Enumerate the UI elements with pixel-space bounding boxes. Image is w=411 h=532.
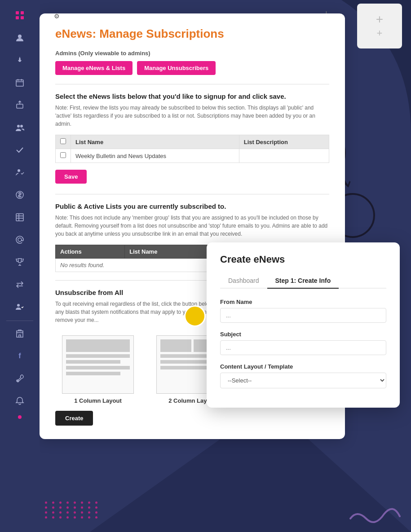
sidebar-item-tool[interactable] — [9, 368, 31, 389]
divider-1 — [55, 84, 329, 84]
col-checkbox — [56, 135, 71, 149]
preview-line — [66, 354, 130, 358]
layout-1col-label: 1 Column Layout — [74, 397, 121, 404]
sidebar: f — [0, 0, 40, 532]
list-desc-cell — [239, 149, 329, 163]
manage-unsubscribers-button[interactable]: Manage Unsubscribers — [137, 61, 216, 75]
svg-rect-4 — [16, 16, 19, 19]
tab-row: Dashboard Step 1: Create Info — [220, 273, 386, 289]
preview-line-sm — [66, 360, 120, 364]
svg-point-6 — [18, 35, 22, 38]
svg-rect-8 — [17, 104, 23, 108]
svg-point-9 — [17, 125, 20, 128]
from-name-input[interactable] — [220, 308, 386, 323]
subject-label: Subject — [220, 331, 386, 338]
gear-icon: ⚙ — [54, 13, 60, 20]
svg-point-15 — [17, 304, 20, 307]
save-button[interactable]: Save — [55, 170, 87, 184]
svg-rect-5 — [21, 16, 24, 19]
subscribed-title: Public & Active Lists you are currently … — [55, 202, 329, 210]
list-checkbox[interactable] — [60, 152, 66, 158]
col-list-name: List Name — [71, 135, 239, 149]
plus-icon: + — [376, 13, 383, 26]
admin-label: Admins (Only viewable to admins) — [55, 50, 329, 57]
sidebar-dot — [18, 415, 22, 419]
manage-enews-button[interactable]: Manage eNews & Lists — [55, 61, 133, 75]
tab-dashboard[interactable]: Dashboard — [220, 273, 267, 289]
sub-col-actions: Actions — [56, 245, 125, 259]
tab-create-info[interactable]: Step 1: Create Info — [267, 273, 339, 289]
sidebar-item-table[interactable] — [9, 207, 31, 228]
select-section-note: Note: First, review the lists you may al… — [55, 104, 329, 128]
sidebar-item-person-check[interactable] — [9, 162, 31, 183]
svg-rect-7 — [16, 80, 23, 86]
col-list-desc: List Description — [239, 135, 329, 149]
preview-header — [66, 339, 130, 352]
page-title: eNews: Manage Subscriptions — [55, 27, 329, 41]
sidebar-item-at[interactable] — [9, 229, 31, 251]
from-name-group: From Name — [220, 299, 386, 323]
sidebar-item-calendar[interactable] — [9, 72, 31, 93]
preview-col-1 — [160, 339, 191, 352]
divider-2 — [55, 194, 329, 194]
yellow-dot-indicator — [184, 305, 206, 327]
subscribed-note: Note: This does not include any 'member … — [55, 214, 329, 238]
plus-icon-2: + — [377, 27, 383, 39]
list-name-cell: Weekly Bulletin and News Updates — [71, 149, 239, 163]
svg-rect-16 — [17, 331, 23, 337]
preview-line-2 — [66, 366, 130, 369]
sidebar-item-dollar[interactable] — [9, 184, 31, 206]
sub-col-name: List Name — [125, 245, 209, 259]
lists-table: List Name List Description Weekly Bullet… — [55, 135, 329, 163]
sidebar-item-trophy[interactable] — [9, 251, 31, 273]
wave-decoration — [348, 505, 402, 523]
content-layout-select[interactable]: --Select-- 1 Column 2 Column 3 Column — [220, 373, 386, 388]
sidebar-item-transfer[interactable] — [9, 274, 31, 295]
sidebar-divider — [6, 321, 33, 321]
sidebar-item-pray[interactable] — [9, 49, 31, 71]
sidebar-item-grid[interactable] — [9, 4, 31, 26]
sidebar-item-upload[interactable] — [9, 94, 31, 116]
create-enews-panel: Create eNews Dashboard Step 1: Create In… — [207, 242, 400, 408]
sidebar-item-building[interactable] — [9, 323, 31, 344]
sidebar-item-check[interactable] — [9, 139, 31, 161]
layout-1col-preview — [62, 335, 134, 394]
sidebar-item-manage-users[interactable] — [9, 296, 31, 318]
pink-dots-decoration — [45, 501, 100, 519]
subject-input[interactable] — [220, 340, 386, 355]
svg-point-14 — [18, 238, 22, 242]
content-layout-group: Content Layout / Template --Select-- 1 C… — [220, 363, 386, 388]
layout-1col[interactable]: 1 Column Layout — [55, 335, 141, 404]
svg-rect-3 — [21, 11, 24, 14]
svg-rect-13 — [16, 214, 23, 221]
select-section-title: Select the eNews lists below that you'd … — [55, 92, 329, 100]
from-name-label: From Name — [220, 299, 386, 305]
plus-card: + + — [357, 4, 402, 48]
sidebar-item-bell[interactable] — [9, 390, 31, 412]
preview-line-sm-2 — [66, 372, 120, 375]
admin-buttons: Manage eNews & Lists Manage Unsubscriber… — [55, 61, 329, 75]
subject-group: Subject — [220, 331, 386, 355]
table-row: Weekly Bulletin and News Updates — [56, 149, 329, 163]
select-all-checkbox[interactable] — [60, 138, 66, 144]
row-checkbox-cell — [56, 149, 71, 163]
svg-rect-2 — [16, 11, 19, 14]
svg-point-10 — [20, 125, 23, 128]
sidebar-item-groups[interactable] — [9, 117, 31, 138]
create-button[interactable]: Create — [55, 411, 93, 426]
sidebar-item-facebook[interactable]: f — [9, 345, 31, 367]
svg-point-11 — [18, 169, 20, 172]
sidebar-item-user[interactable] — [9, 27, 31, 48]
create-panel-title: Create eNews — [220, 254, 386, 265]
content-layout-label: Content Layout / Template — [220, 363, 386, 370]
